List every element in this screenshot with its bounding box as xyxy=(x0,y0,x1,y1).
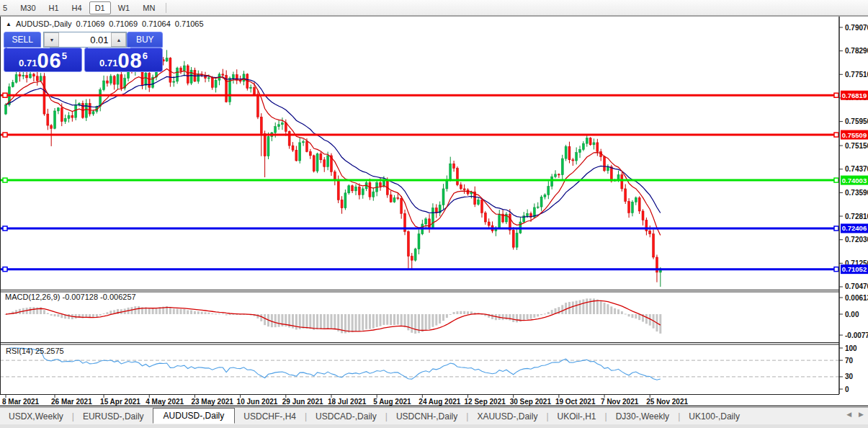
tab-scroll-nav: ◀ ▶ xyxy=(846,411,864,418)
svg-text:0.70470: 0.70470 xyxy=(845,282,868,290)
volume-input[interactable]: 0.01 xyxy=(59,32,111,47)
collapse-arrow-icon[interactable]: ▲ xyxy=(6,21,12,27)
ohlc-low: 0.71064 xyxy=(142,19,171,28)
tab-scroll-left-icon[interactable]: ◀ xyxy=(846,411,851,418)
svg-text:0.79070: 0.79070 xyxy=(845,24,868,32)
volume-spinner: ▼ 0.01 ▲ xyxy=(43,32,127,48)
timeframe-button-w1[interactable]: W1 xyxy=(112,1,136,14)
ask-price-box[interactable]: 0.71086 xyxy=(84,48,163,72)
toolbar-separator xyxy=(166,3,166,13)
chart-tab-usdcnh-daily[interactable]: USDCNH-,Daily xyxy=(388,409,466,424)
bid-price-pip: 5 xyxy=(62,50,67,61)
svg-text:30: 30 xyxy=(845,373,854,380)
ohlc-close: 0.71065 xyxy=(175,19,204,28)
chart-canvas[interactable]: 0.790700.782900.775100.767300.759500.751… xyxy=(0,16,868,406)
svg-text:0.72810: 0.72810 xyxy=(845,213,868,220)
chart-tab-usdx-weekly[interactable]: USDX,Weekly xyxy=(0,409,72,424)
svg-text:0.00: 0.00 xyxy=(845,311,859,318)
svg-text:24 Aug 2021: 24 Aug 2021 xyxy=(419,398,460,406)
one-click-trade-widget: SELL ▼ 0.01 ▲ BUY 0.71065 0.71086 xyxy=(4,32,163,73)
svg-text:23 May 2021: 23 May 2021 xyxy=(191,398,233,406)
svg-text:0.74003: 0.74003 xyxy=(842,177,867,184)
bid-price-box[interactable]: 0.71065 xyxy=(4,48,82,72)
svg-text:0.75150: 0.75150 xyxy=(845,142,868,150)
chart-tab-uk100-daily[interactable]: UK100-,Daily xyxy=(680,409,748,424)
chart-tab-usdchf-h4[interactable]: USDCHF-,H4 xyxy=(235,409,305,424)
svg-text:0.72406: 0.72406 xyxy=(842,224,867,232)
svg-text:0: 0 xyxy=(845,385,849,393)
svg-text:12 Sep 2021: 12 Sep 2021 xyxy=(465,398,506,406)
timeframe-button-5[interactable]: 5 xyxy=(0,1,13,14)
timeframe-button-h1[interactable]: H1 xyxy=(43,1,65,14)
sell-button[interactable]: SELL xyxy=(4,32,41,48)
svg-text:8 Mar 2021: 8 Mar 2021 xyxy=(2,398,40,406)
ask-price-main: 08 xyxy=(117,51,142,71)
svg-text:0.71052: 0.71052 xyxy=(842,265,867,273)
svg-text:70: 70 xyxy=(845,357,854,365)
macd-indicator-label: MACD(12,26,9) -0.007128 -0.006257 xyxy=(5,293,136,301)
svg-text:0.006132: 0.006132 xyxy=(845,294,868,302)
svg-text:26 Mar 2021: 26 Mar 2021 xyxy=(51,398,92,406)
svg-text:25 Nov 2021: 25 Nov 2021 xyxy=(646,398,688,406)
chart-tab-bar: USDX,Weekly|EURUSD-,DailyAUDUSD-,DailyUS… xyxy=(0,407,868,425)
chart-tab-usdcad-daily[interactable]: USDCAD-,Daily xyxy=(307,409,385,424)
svg-text:0.74370: 0.74370 xyxy=(845,165,868,173)
svg-text:18 Jul 2021: 18 Jul 2021 xyxy=(328,398,367,406)
volume-up-button[interactable]: ▲ xyxy=(111,32,126,47)
svg-text:19 Oct 2021: 19 Oct 2021 xyxy=(555,398,596,406)
svg-text:0.75509: 0.75509 xyxy=(842,131,867,139)
timeframe-button-h4[interactable]: H4 xyxy=(66,1,88,14)
timeframe-button-mn[interactable]: MN xyxy=(137,1,161,14)
volume-down-button[interactable]: ▼ xyxy=(44,32,59,47)
svg-text:4 May 2021: 4 May 2021 xyxy=(146,398,184,406)
tab-scroll-right-icon[interactable]: ▶ xyxy=(859,411,864,418)
ohlc-high: 0.71069 xyxy=(109,19,138,28)
chart-tab-audusd-daily[interactable]: AUDUSD-,Daily xyxy=(153,408,236,424)
svg-text:100: 100 xyxy=(845,344,857,352)
svg-text:0.78290: 0.78290 xyxy=(845,47,868,55)
svg-text:0.76819: 0.76819 xyxy=(842,92,867,99)
chart-tab-eurusd-daily[interactable]: EURUSD-,Daily xyxy=(74,409,153,424)
buy-button[interactable]: BUY xyxy=(127,32,163,48)
ask-price-pip: 6 xyxy=(143,50,148,61)
chart-title: ▲ AUDUSD-,Daily 0.71069 0.71069 0.71064 … xyxy=(6,19,204,28)
ask-price-prefix: 0.71 xyxy=(99,58,117,68)
chart-tab-ukoil-h1[interactable]: UKOil-,H1 xyxy=(549,409,605,424)
rsi-indicator-label: RSI(14) 25.2575 xyxy=(6,347,64,355)
svg-text:0.72030: 0.72030 xyxy=(845,236,868,244)
svg-text:7 Nov 2021: 7 Nov 2021 xyxy=(601,398,639,406)
status-strip xyxy=(0,424,868,428)
chart-tab-xauusd-daily[interactable]: XAUUSD-,Daily xyxy=(468,409,546,424)
svg-text:0.73590: 0.73590 xyxy=(845,189,868,197)
chart-symbol-label: AUDUSD-,Daily xyxy=(16,19,72,28)
svg-text:-0.00775: -0.00775 xyxy=(845,331,868,339)
timeframe-button-d1[interactable]: D1 xyxy=(89,1,111,14)
bid-price-prefix: 0.71 xyxy=(19,58,37,68)
timeframe-button-m30[interactable]: M30 xyxy=(14,1,41,14)
chart-tab-dj30-weekly[interactable]: DJ30-,Weekly xyxy=(607,409,678,424)
svg-text:10 Jun 2021: 10 Jun 2021 xyxy=(237,398,278,406)
chart-window[interactable]: 0.790700.782900.775100.767300.759500.751… xyxy=(0,16,868,406)
svg-text:29 Jun 2021: 29 Jun 2021 xyxy=(282,398,323,406)
svg-text:0.75950: 0.75950 xyxy=(845,117,868,125)
svg-text:30 Sep 2021: 30 Sep 2021 xyxy=(510,398,552,406)
timeframe-toolbar: 5M30H1H4D1W1MN xyxy=(0,0,868,16)
svg-text:5 Aug 2021: 5 Aug 2021 xyxy=(373,398,411,406)
bid-price-main: 06 xyxy=(37,51,61,71)
ohlc-open: 0.71069 xyxy=(76,19,105,28)
svg-text:0.77510: 0.77510 xyxy=(845,71,868,79)
svg-text:15 Apr 2021: 15 Apr 2021 xyxy=(100,398,140,406)
